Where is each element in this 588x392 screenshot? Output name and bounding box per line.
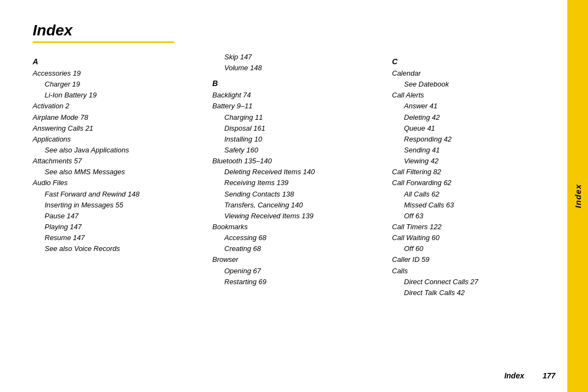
list-item: Missed Calls 63	[392, 200, 561, 211]
list-item: Battery 9–11	[212, 101, 381, 112]
list-item: Browser	[212, 254, 381, 265]
list-item: Airplane Mode 78	[33, 112, 201, 123]
column-c: C CalendarSee DatebookCall AlertsAnswer …	[392, 52, 572, 298]
list-item: All Calls 62	[392, 189, 561, 200]
list-item: Answering Calls 21	[33, 123, 201, 134]
footer: Index 177	[504, 371, 555, 380]
list-item: Viewing 42	[392, 156, 561, 167]
list-item: Disposal 161	[212, 123, 381, 134]
title-underline	[33, 41, 174, 43]
footer-label: Index	[504, 371, 524, 380]
list-item: Call Waiting 60	[392, 232, 561, 243]
column-a: A Accessories 19Charger 19Li-Ion Battery…	[33, 52, 212, 298]
footer-page-number: 177	[543, 371, 555, 380]
list-item: See also MMS Messages	[33, 167, 201, 177]
list-item: Caller ID 59	[392, 254, 561, 265]
list-item: Answer 41	[392, 101, 561, 112]
side-tab: Index	[567, 0, 588, 392]
list-item: Queue 41	[392, 123, 561, 134]
list-item: Creating 68	[212, 243, 381, 254]
page-title: Index	[33, 22, 561, 39]
header: Index	[33, 22, 561, 43]
list-item: Charger 19	[33, 79, 201, 90]
list-item: Skip 147	[212, 52, 381, 63]
letter-b: B	[212, 79, 381, 88]
list-item: Off 60	[392, 243, 561, 254]
list-item: Call Timers 122	[392, 222, 561, 232]
list-item: See also Java Applications	[33, 145, 201, 156]
list-item: Direct Talk Calls 42	[392, 287, 561, 298]
list-item: Charging 11	[212, 112, 381, 123]
list-item: Audio Files	[33, 177, 201, 188]
index-columns: A Accessories 19Charger 19Li-Ion Battery…	[33, 52, 572, 298]
list-item: Safety 160	[212, 145, 381, 156]
col-c-entries: CalendarSee DatebookCall AlertsAnswer 41…	[392, 68, 561, 298]
col-a-entries: Accessories 19Charger 19Li-Ion Battery 1…	[33, 68, 201, 254]
list-item: Playing 147	[33, 222, 201, 232]
list-item: Attachments 57	[33, 156, 201, 167]
col-b-pre-entries: Skip 147Volume 148	[212, 52, 381, 74]
list-item: Volume 148	[212, 63, 381, 74]
list-item: Deleting 42	[392, 112, 561, 123]
list-item: Receiving Items 139	[212, 177, 381, 188]
list-item: Applications	[33, 134, 201, 145]
list-item: Direct Connect Calls 27	[392, 277, 561, 287]
list-item: Transfers, Canceling 140	[212, 200, 381, 211]
list-item: Call Alerts	[392, 90, 561, 101]
list-item: See also Voice Records	[33, 243, 201, 254]
list-item: Calendar	[392, 68, 561, 79]
list-item: Bluetooth 135–140	[212, 156, 381, 167]
list-item: Fast Forward and Rewind 148	[33, 189, 201, 200]
list-item: Restarting 69	[212, 277, 381, 287]
list-item: Pause 147	[33, 211, 201, 222]
list-item: Deleting Received Items 140	[212, 167, 381, 177]
page: Index Index A Accessories 19Charger 19Li…	[0, 0, 588, 392]
letter-a: A	[33, 57, 201, 66]
column-b: Skip 147Volume 148 B Backlight 74Battery…	[212, 52, 392, 298]
side-tab-label: Index	[573, 184, 583, 208]
list-item: Sending Contacts 138	[212, 189, 381, 200]
list-item: Activation 2	[33, 101, 201, 112]
list-item: Call Forwarding 62	[392, 177, 561, 188]
list-item: Opening 67	[212, 266, 381, 277]
list-item: Li-Ion Battery 19	[33, 90, 201, 101]
list-item: Sending 41	[392, 145, 561, 156]
list-item: Call Filtering 82	[392, 167, 561, 177]
letter-c: C	[392, 57, 561, 66]
list-item: Viewing Received Items 139	[212, 211, 381, 222]
list-item: Backlight 74	[212, 90, 381, 101]
list-item: Responding 42	[392, 134, 561, 145]
list-item: Resume 147	[33, 232, 201, 243]
list-item: Inserting in Messages 55	[33, 200, 201, 211]
col-b-entries: Backlight 74Battery 9–11Charging 11Dispo…	[212, 90, 381, 287]
list-item: Off 63	[392, 211, 561, 222]
list-item: See Datebook	[392, 79, 561, 90]
list-item: Installing 10	[212, 134, 381, 145]
list-item: Calls	[392, 266, 561, 277]
list-item: Accessing 68	[212, 232, 381, 243]
list-item: Bookmarks	[212, 222, 381, 232]
list-item: Accessories 19	[33, 68, 201, 79]
